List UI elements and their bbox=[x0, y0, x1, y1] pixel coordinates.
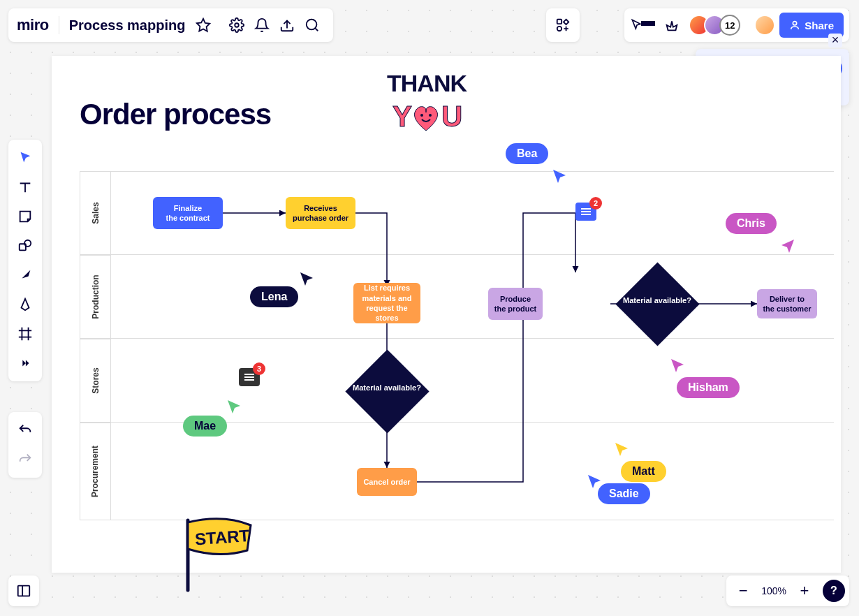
svg-point-8 bbox=[420, 114, 423, 117]
top-toolbar: miro Process mapping bbox=[8, 8, 333, 42]
reactions-icon[interactable] bbox=[659, 13, 684, 38]
select-tool[interactable] bbox=[11, 144, 39, 172]
node-finalize[interactable]: Finalize the contract bbox=[153, 197, 223, 229]
settings-icon[interactable] bbox=[224, 13, 249, 38]
lane-label: Sales bbox=[90, 202, 100, 223]
lane-label: Production bbox=[91, 274, 101, 318]
thank-you-sticker[interactable]: THANK Y U bbox=[387, 70, 467, 142]
cursor-lena: Lena bbox=[250, 286, 298, 307]
node-list[interactable]: List requires materials and request the … bbox=[353, 283, 420, 323]
redo-button[interactable] bbox=[11, 446, 39, 474]
cursor-sadie: Sadie bbox=[598, 483, 650, 504]
zoom-level[interactable]: 100% bbox=[758, 585, 789, 596]
svg-point-4 bbox=[793, 22, 797, 25]
arrow-tool[interactable] bbox=[11, 261, 39, 289]
cursor-mae: Mae bbox=[183, 416, 227, 437]
sticky-tool[interactable] bbox=[11, 203, 39, 230]
svg-point-9 bbox=[429, 114, 432, 117]
avatar-stack[interactable]: 12 bbox=[689, 15, 740, 36]
shape-tool[interactable] bbox=[11, 232, 39, 260]
close-icon[interactable]: × bbox=[828, 34, 842, 47]
help-button[interactable]: ? bbox=[823, 580, 845, 602]
pen-tool[interactable] bbox=[11, 291, 39, 318]
cursor-hisham: Hisham bbox=[677, 377, 740, 398]
minimap-button[interactable] bbox=[8, 575, 39, 606]
svg-rect-2 bbox=[557, 20, 561, 24]
star-icon[interactable] bbox=[191, 13, 216, 38]
svg-text:START: START bbox=[194, 526, 250, 548]
more-tools[interactable] bbox=[11, 349, 39, 377]
search-icon[interactable] bbox=[300, 13, 325, 38]
comment-badge[interactable]: 2 bbox=[575, 203, 596, 221]
cursor-matt: Matt bbox=[621, 461, 666, 482]
current-user-avatar[interactable] bbox=[754, 15, 775, 36]
text-tool[interactable] bbox=[11, 173, 39, 201]
logo: miro bbox=[17, 16, 59, 34]
svg-point-0 bbox=[235, 23, 240, 27]
frame-tool[interactable] bbox=[11, 320, 39, 348]
page-title: Order process bbox=[80, 98, 271, 131]
svg-text:Y: Y bbox=[392, 100, 412, 133]
cursor-tool-icon[interactable] bbox=[630, 13, 655, 38]
export-icon[interactable] bbox=[274, 13, 300, 38]
svg-point-6 bbox=[24, 240, 31, 247]
lane-label: Procurement bbox=[91, 446, 101, 497]
zoom-controls: − 100% + ? bbox=[726, 575, 849, 606]
node-produce[interactable]: Produce the product bbox=[488, 288, 543, 320]
lane-label: Stores bbox=[90, 367, 100, 393]
apps-button[interactable] bbox=[546, 8, 580, 42]
zoom-in-button[interactable]: + bbox=[792, 578, 817, 603]
board-title[interactable]: Process mapping bbox=[69, 17, 186, 34]
undo-panel bbox=[8, 412, 42, 478]
cursor-bea: Bea bbox=[506, 143, 548, 164]
node-deliver[interactable]: Deliver to the customer bbox=[757, 289, 817, 318]
tools-panel bbox=[8, 140, 42, 381]
svg-point-3 bbox=[557, 27, 561, 31]
comment-badge[interactable]: 3 bbox=[239, 368, 260, 386]
bell-icon[interactable] bbox=[249, 13, 274, 38]
node-cancel[interactable]: Cancel order bbox=[357, 468, 417, 496]
svg-point-1 bbox=[307, 20, 317, 30]
start-sticker[interactable]: START bbox=[181, 517, 265, 596]
canvas[interactable]: Order process THANK Y U Sales Production… bbox=[52, 56, 841, 573]
collab-toolbar: 12 Share bbox=[624, 8, 849, 42]
zoom-out-button[interactable]: − bbox=[730, 578, 756, 603]
undo-button[interactable] bbox=[11, 416, 39, 444]
node-receives[interactable]: Receives purchase order bbox=[286, 197, 355, 229]
svg-text:U: U bbox=[441, 100, 462, 133]
avatar-count[interactable]: 12 bbox=[719, 15, 740, 36]
cursor-chris: Chris bbox=[726, 213, 777, 234]
svg-rect-18 bbox=[18, 586, 30, 596]
